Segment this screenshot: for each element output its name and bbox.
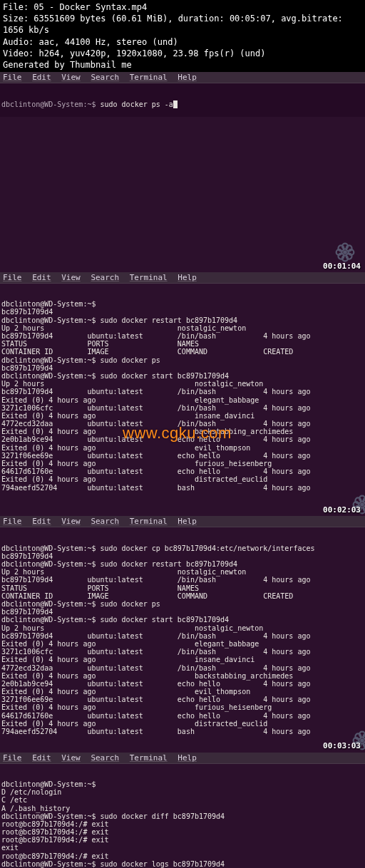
menu-search[interactable]: Search — [91, 273, 119, 282]
terminal-pane-d[interactable]: dbclinton@WD-System:~$ D /etc/nologinC /… — [0, 764, 365, 868]
menu-terminal[interactable]: Terminal — [130, 73, 168, 82]
terminal-line: bc897b1709d4 — [1, 364, 364, 372]
terminal-line: Exited (0) 4 hours ago insane_davinci — [1, 412, 364, 420]
terminal-line: bc897b1709d4 — [1, 608, 364, 616]
terminal-line: dbclinton@WD-System:~$ sudo docker resta… — [1, 316, 364, 324]
menu-search[interactable]: Search — [91, 753, 119, 763]
menu-help[interactable]: Help — [178, 753, 197, 763]
terminal-line: 3271c1006cfc ubuntu:latest /bin/bash 4 h… — [1, 648, 364, 656]
menu-file[interactable]: File — [3, 273, 22, 282]
terminal-line: bc897b1709d4 — [1, 308, 364, 316]
terminal-line: dbclinton@WD-System:~$ sudo docker logs … — [1, 860, 364, 868]
menu-terminal[interactable]: Terminal — [130, 517, 168, 526]
terminal-line: exit — [1, 844, 364, 852]
menu-edit[interactable]: Edit — [32, 753, 51, 763]
terminal-line: Exited (0) 4 hours ago distracted_euclid — [1, 720, 364, 728]
terminal-pane-a[interactable]: dbclinton@WD-System:~$ sudo docker ps -a — [0, 83, 365, 117]
terminal-line: Up 2 hours nostalgic_newton — [1, 624, 364, 632]
terminal-line: STATUS PORTS NAMES — [1, 584, 364, 592]
prompt: dbclinton@WD-System:~$ — [1, 100, 100, 108]
meta-generated: Generated by Thumbnail me — [3, 59, 362, 71]
menu-search[interactable]: Search — [91, 517, 119, 526]
timestamp: 00:01:04 — [323, 262, 361, 271]
flower-icon — [335, 242, 355, 262]
terminal-line: bc897b1709d4 ubuntu:latest /bin/bash 4 h… — [1, 632, 364, 640]
menu-help[interactable]: Help — [178, 517, 197, 526]
terminal-line: root@bc897b1709d4:/# exit — [1, 836, 364, 844]
terminal-line: Exited (0) 4 hours ago evil_thompson — [1, 688, 364, 696]
meta-video: Video: h264, yuv420p, 1920x1080, 23.98 f… — [3, 48, 362, 59]
terminal-line: Exited (0) 4 hours ago elegant_babbage — [1, 396, 364, 404]
terminal-line: CONTAINER ID IMAGE COMMAND CREATED — [1, 348, 364, 356]
menu-edit[interactable]: Edit — [32, 73, 51, 82]
terminal-line: bc897b1709d4 ubuntu:latest /bin/bash 4 h… — [1, 332, 364, 340]
terminal-pane-c[interactable]: dbclinton@WD-System:~$ sudo docker cp bc… — [0, 527, 365, 752]
menu-view[interactable]: View — [61, 73, 81, 82]
menu-view[interactable]: View — [61, 273, 81, 282]
menu-file[interactable]: File — [3, 753, 22, 763]
terminal-line: A /.bash_history — [1, 805, 364, 812]
menu-terminal[interactable]: Terminal — [130, 753, 168, 763]
terminal-line: 3271c1006cfc ubuntu:latest /bin/bash 4 h… — [1, 404, 364, 412]
terminal-line: dbclinton@WD-System:~$ sudo docker start… — [1, 616, 364, 624]
menu-file[interactable]: File — [3, 517, 22, 526]
terminal-menubar: File Edit View Search Terminal Help — [0, 72, 365, 83]
terminal-line: CONTAINER ID IMAGE COMMAND CREATED — [1, 592, 364, 600]
terminal-line: D /etc/nologin — [1, 788, 364, 796]
flower-icon — [335, 486, 355, 506]
terminal-line: dbclinton@WD-System:~$ sudo docker ps — [1, 356, 364, 364]
terminal-line: 794aeefd52704 ubuntu:latest bash 4 hours… — [1, 484, 364, 492]
terminal-line: dbclinton@WD-System:~$ sudo docker resta… — [1, 560, 364, 568]
terminal-line: bc897b1709d4 — [1, 552, 364, 560]
terminal-line: 4772ecd32daa ubuntu:latest /bin/bash 4 h… — [1, 664, 364, 672]
terminal-line: bc897b1709d4 ubuntu:latest /bin/bash 4 h… — [1, 576, 364, 584]
terminal-line: Up 2 hours nostalgic_newton — [1, 568, 364, 576]
terminal-line: 3271f06ee69e ubuntu:latest echo hello 4 … — [1, 452, 364, 460]
terminal-line: Up 2 hours nostalgic_newton — [1, 380, 364, 388]
terminal-line: Exited (0) 4 hours ago evil_thompson — [1, 444, 364, 452]
watermark: www.cgku.com — [123, 425, 232, 443]
menu-help[interactable]: Help — [178, 73, 197, 82]
menu-help[interactable]: Help — [178, 273, 197, 282]
terminal-line: root@bc897b1709d4:/# exit — [1, 820, 364, 828]
terminal-line: 3271f06ee69e ubuntu:latest echo hello 4 … — [1, 696, 364, 703]
meta-file: File: 05 - Docker Syntax.mp4 — [3, 1, 362, 13]
terminal-line: root@bc897b1709d4:/# exit — [1, 852, 364, 860]
menu-terminal[interactable]: Terminal — [130, 273, 168, 282]
terminal-line: 794aeefd52704 ubuntu:latest bash 4 hours… — [1, 728, 364, 735]
terminal-line: C /etc — [1, 796, 364, 804]
menu-file[interactable]: File — [3, 73, 22, 82]
terminal-line: dbclinton@WD-System:~$ — [1, 780, 364, 788]
menu-view[interactable]: View — [61, 517, 81, 526]
menu-edit[interactable]: Edit — [32, 273, 51, 282]
terminal-blank-area: 00:01:04 — [0, 117, 365, 272]
terminal-line: root@bc897b1709d4:/# exit — [1, 828, 364, 836]
timestamp: 00:03:03 — [323, 742, 361, 750]
terminal-line: Exited (0) 4 hours ago furious_heisenber… — [1, 703, 364, 711]
menu-search[interactable]: Search — [91, 73, 119, 82]
terminal-line: dbclinton@WD-System:~$ sudo docker cp bc… — [1, 544, 364, 552]
meta-size: Size: 63551609 bytes (60.61 MiB), durati… — [3, 13, 362, 36]
menu-view[interactable]: View — [61, 753, 81, 763]
terminal-menubar: File Edit View Search Terminal Help — [0, 272, 365, 284]
svg-point-8 — [343, 250, 347, 254]
command-input[interactable]: sudo docker ps -a — [100, 100, 173, 108]
terminal-line: 64617d61760e ubuntu:latest echo hello 4 … — [1, 712, 364, 720]
terminal-menubar: File Edit View Search Terminal Help — [0, 516, 365, 527]
terminal-line: Up 2 hours nostalgic_newton — [1, 324, 364, 332]
terminal-line: bc897b1709d4 ubuntu:latest /bin/bash 4 h… — [1, 388, 364, 396]
menu-edit[interactable]: Edit — [32, 517, 51, 526]
terminal-line: dbclinton@WD-System:~$ sudo docker start… — [1, 372, 364, 380]
terminal-line: dbclinton@WD-System:~$ sudo docker diff … — [1, 812, 364, 820]
meta-audio: Audio: aac, 44100 Hz, stereo (und) — [3, 36, 362, 48]
terminal-line: STATUS PORTS NAMES — [1, 340, 364, 348]
terminal-line: 2e0b1ab9ce94 ubuntu:latest echo hello 4 … — [1, 680, 364, 688]
flower-icon — [335, 723, 355, 743]
terminal-line: dbclinton@WD-System:~$ — [1, 300, 364, 308]
terminal-line: Exited (0) 4 hours ago distracted_euclid — [1, 475, 364, 483]
terminal-line: Exited (0) 4 hours ago backstabbing_arch… — [1, 672, 364, 680]
terminal-pane-b[interactable]: dbclinton@WD-System:~$ bc897b1709d4dbcli… — [0, 284, 365, 516]
terminal-line: Exited (0) 4 hours ago furious_heisenber… — [1, 460, 364, 467]
timestamp: 00:02:03 — [323, 506, 361, 515]
video-metadata-header: File: 05 - Docker Syntax.mp4 Size: 63551… — [0, 0, 365, 72]
